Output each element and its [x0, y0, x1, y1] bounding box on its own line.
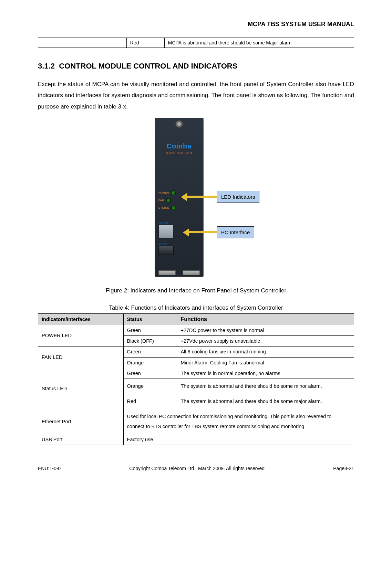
cell-ethernet-port: Ethernet Port: [38, 409, 124, 434]
table-row: Red MCPA is abnormal and there should be…: [38, 38, 354, 48]
page-header: MCPA TBS SYSTEM USER MANUAL: [38, 21, 354, 28]
alarm-cell-desc: MCPA is abnormal and there should be som…: [164, 38, 354, 48]
alarm-table-fragment: Red MCPA is abnormal and there should be…: [38, 38, 354, 48]
figure-caption: Figure 2: Indicators and Interface on Fr…: [38, 287, 354, 294]
led-dot-icon: [171, 206, 176, 210]
functions-table: Indicators/Interfaces Status Functions P…: [38, 313, 354, 445]
led-label-power: POWER: [158, 191, 169, 194]
port-label-2: SYS I/O: [158, 242, 174, 245]
cell-fan-led: FAN LED: [38, 346, 124, 368]
table-row: Status LED Green The system is in normal…: [38, 368, 354, 379]
cell-status: Green: [123, 346, 177, 357]
cell-usb-desc: Factory use: [123, 434, 354, 445]
col-header-functions: Functions: [177, 313, 354, 325]
col-header-indicators: Indicators/Interfaces: [38, 313, 124, 325]
led-label-fan: FAN: [158, 199, 164, 202]
cell-status: Orange: [123, 379, 177, 394]
bottom-bar-seg: [158, 270, 176, 275]
col-header-status: Status: [123, 313, 177, 325]
arrow-line: [186, 196, 217, 198]
table-row: Ethernet Port Used for local PC connecti…: [38, 409, 354, 434]
text-span: in normal running.: [226, 349, 267, 354]
section-number: 3.1.2: [38, 62, 55, 70]
cell-func: The system is in normal operation, no al…: [177, 368, 354, 379]
arrow-line: [188, 231, 217, 233]
cell-status: Green: [123, 368, 177, 379]
bottom-bar-seg: [183, 270, 200, 275]
footer-left: ENU:1-0-0: [38, 466, 61, 471]
screw-icon: [175, 120, 183, 128]
section-paragraph: Except the status of MCPA can be visuall…: [38, 79, 354, 112]
led-dot-icon: [171, 190, 176, 195]
section-title: CONTROL MODULE CONTROL AND INDICATORS: [59, 62, 237, 70]
brand-sub-label: CONTROLLER: [155, 151, 203, 155]
table-row: FAN LED Green All 6 cooling fans are in …: [38, 346, 354, 357]
alarm-cell-status: Red: [126, 38, 164, 48]
footer-right: Page3-21: [333, 466, 354, 471]
led-dot-icon: [166, 198, 171, 203]
port-block: 100MBIT SYS I/O: [158, 221, 174, 255]
table-row: POWER LED Green +27DC power to the syste…: [38, 325, 354, 335]
page-footer: ENU:1-0-0 Copyright Comba Telecom Ltd., …: [38, 466, 354, 471]
callout-led-indicators: LED Indicators: [217, 191, 259, 203]
cell-func: All 6 cooling fans are in normal running…: [177, 346, 354, 357]
cell-func: The system is abnormal and there should …: [177, 379, 354, 394]
cell-status: Green: [123, 325, 177, 335]
led-label-status: STATUS: [158, 206, 169, 209]
bottom-bar: [158, 270, 200, 275]
cell-ethernet-desc: Used for local PC connection for commiss…: [123, 409, 354, 434]
cell-usb-port: USB Port: [38, 434, 124, 445]
footer-center: Copyright Comba Telecom Ltd., March 2009…: [129, 466, 265, 471]
cell-status-led: Status LED: [38, 368, 124, 409]
led-row-status: STATUS: [158, 204, 187, 212]
text-span: All 6 cooling fans: [180, 349, 220, 354]
figure: Comba CONTROLLER POWER FAN STATUS 100MBI…: [38, 118, 354, 283]
cell-status: Orange: [123, 357, 177, 368]
table-header-row: Indicators/Interfaces Status Functions: [38, 313, 354, 325]
arrow-head-icon: [183, 228, 189, 237]
cell-func: The system is abnormal and there should …: [177, 394, 354, 409]
text-span-mono: are: [220, 349, 226, 354]
cell-power-led: POWER LED: [38, 325, 124, 346]
ethernet-port-icon: [158, 225, 174, 239]
section-heading: 3.1.2 CONTROL MODULE CONTROL AND INDICAT…: [38, 62, 354, 71]
table-row: USB Port Factory use: [38, 434, 354, 445]
cell-func: +27Vdc power supply is unavailable.: [177, 335, 354, 346]
sysio-port-icon: [158, 246, 174, 255]
cell-func: Minor Alarm: Cooling Fan is abnormal.: [177, 357, 354, 368]
table-caption: Table 4: Functions of Indicators and int…: [38, 304, 354, 311]
port-label: 100MBIT: [158, 221, 174, 224]
callout-pc-interface: PC Interface: [217, 226, 254, 238]
arrow-head-icon: [181, 193, 187, 201]
cell-func: +27DC power to the system is normal: [177, 325, 354, 335]
brand-label: Comba: [155, 142, 203, 150]
alarm-cell-empty: [38, 38, 127, 48]
cell-status: Red: [123, 394, 177, 409]
cell-status: Black (OFF): [123, 335, 177, 346]
